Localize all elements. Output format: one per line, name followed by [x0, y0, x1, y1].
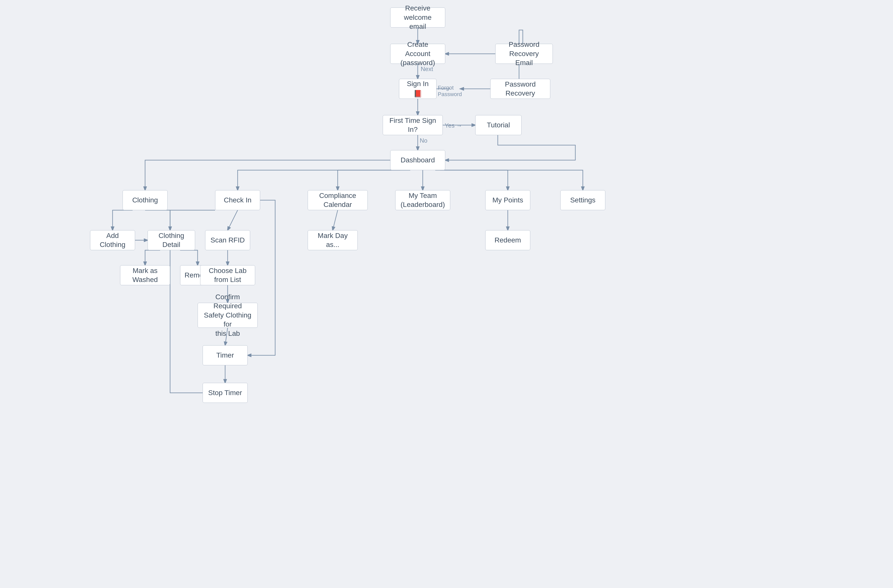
node-scan-rfid: Scan RFID: [205, 230, 250, 250]
node-my-team: My Team(Leaderboard): [395, 190, 450, 210]
node-clothing-detail: Clothing Detail: [147, 230, 195, 250]
label-yes: Yes →: [445, 122, 462, 129]
node-stop-timer: Stop Timer: [203, 383, 248, 403]
node-settings: Settings: [560, 190, 605, 210]
flowchart: Receive welcomeemail Create Account(pass…: [0, 0, 893, 588]
node-choose-lab: Choose Lab from List: [200, 265, 255, 285]
node-mark-as-washed: Mark as Washed: [120, 265, 170, 285]
node-first-time-sign-in: First Time Sign In?: [383, 115, 443, 135]
svg-line-10: [228, 210, 238, 230]
node-mark-day-as: Mark Day as...: [308, 230, 358, 250]
node-dashboard: Dashboard: [390, 150, 445, 170]
sign-in-label: Sign In: [407, 79, 428, 88]
node-compliance-calendar: Compliance Calendar: [308, 190, 368, 210]
node-receive-welcome: Receive welcomeemail: [390, 8, 445, 27]
node-redeem: Redeem: [485, 230, 530, 250]
fingerprint-icon: 📕: [413, 89, 422, 98]
node-create-account: Create Account(password): [390, 44, 445, 64]
node-add-clothing: Add Clothing: [90, 230, 135, 250]
label-no: No: [420, 137, 427, 144]
label-next: Next: [421, 66, 433, 72]
node-sign-in: Sign In 📕: [399, 79, 436, 99]
node-tutorial: Tutorial: [475, 115, 522, 135]
node-timer: Timer: [203, 345, 248, 365]
node-confirm-safety: Confirm RequiredSafety Clothing forthis …: [198, 303, 258, 328]
svg-line-15: [333, 210, 338, 230]
node-check-in: Check In: [215, 190, 260, 210]
node-password-recovery: Password Recovery: [490, 79, 550, 99]
node-clothing: Clothing: [123, 190, 168, 210]
node-my-points: My Points: [485, 190, 530, 210]
node-password-recovery-email: Password RecoveryEmail: [495, 44, 553, 64]
label-forgot-password: ForgotPassword: [438, 84, 462, 98]
